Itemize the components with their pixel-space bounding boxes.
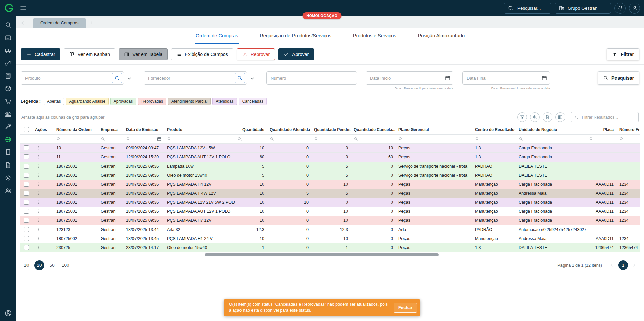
sidebar-item-settings[interactable] bbox=[4, 174, 12, 182]
scrollbar-thumb[interactable] bbox=[205, 253, 439, 256]
row-checkbox[interactable] bbox=[24, 200, 29, 205]
sidebar-item-purchases[interactable] bbox=[4, 97, 12, 105]
column-filter-plano[interactable] bbox=[396, 134, 472, 143]
table-row[interactable]: 123123Gestran18/07/2025 13:44Arla 3212.3… bbox=[20, 225, 640, 234]
table-row[interactable]: 180725001Gestran18/07/2025 09:36PÇS LAMP… bbox=[20, 198, 640, 207]
table-row[interactable]: 180725001Gestran18/07/2025 09:36PÇS LAMP… bbox=[20, 216, 640, 225]
aprovar-button[interactable]: Aprovar bbox=[278, 48, 314, 60]
pesquisar-button[interactable]: Pesquisar bbox=[598, 71, 639, 85]
sidebar-item-finance[interactable] bbox=[4, 110, 12, 118]
gestran-logo-icon[interactable] bbox=[4, 3, 14, 13]
ver-em-kanban-button[interactable]: Ver em Kanban bbox=[64, 48, 115, 60]
calendar-icon[interactable] bbox=[541, 75, 547, 81]
row-checkbox[interactable] bbox=[24, 154, 29, 159]
fechar-button[interactable]: Fechar bbox=[394, 303, 417, 313]
exibicao-de-campos-button[interactable]: Exibição de Campos bbox=[171, 48, 233, 60]
row-checkbox[interactable] bbox=[24, 173, 29, 178]
page-size-50[interactable]: 50 bbox=[47, 260, 57, 270]
row-actions-button[interactable] bbox=[35, 199, 42, 206]
back-button[interactable] bbox=[17, 18, 30, 28]
grid-search[interactable] bbox=[571, 112, 639, 122]
column-header-pendente[interactable]: Quantidade Pende... bbox=[311, 125, 351, 134]
row-checkbox[interactable] bbox=[24, 209, 29, 214]
produto-lookup-button[interactable] bbox=[112, 73, 122, 83]
row-actions-button[interactable] bbox=[35, 226, 42, 233]
horizontal-scrollbar[interactable] bbox=[20, 253, 640, 256]
column-filter-atendida[interactable] bbox=[267, 134, 311, 143]
sidebar-item-documents[interactable] bbox=[4, 161, 12, 169]
sidebar-item-search[interactable] bbox=[4, 21, 12, 29]
select-all-checkbox[interactable] bbox=[24, 127, 29, 132]
row-actions-button[interactable] bbox=[35, 163, 42, 170]
column-header-empresa[interactable]: Empresa bbox=[98, 125, 123, 134]
row-actions-button[interactable] bbox=[35, 181, 42, 188]
group-selector[interactable]: Grupo Gestran bbox=[555, 3, 611, 14]
column-header-acoes[interactable]: Ações bbox=[32, 125, 54, 134]
column-filter-produto[interactable] bbox=[164, 134, 235, 143]
filtrar-button[interactable]: Filtrar bbox=[607, 48, 639, 60]
nav-tab-produtos-e-servicos[interactable]: Produtos e Serviços bbox=[352, 28, 397, 44]
row-checkbox[interactable] bbox=[24, 227, 29, 232]
search-panel-button[interactable] bbox=[530, 112, 540, 122]
column-header-quantidade[interactable]: Quantidade bbox=[235, 125, 267, 134]
row-actions-button[interactable] bbox=[35, 144, 42, 152]
column-header-plano[interactable]: Plano Gerencial bbox=[396, 125, 472, 134]
table-row[interactable]: 180725001Gestran18/07/2025 09:36Lampada … bbox=[20, 162, 640, 171]
row-checkbox[interactable] bbox=[24, 218, 29, 223]
column-header-centro[interactable]: Centro de Resultado bbox=[472, 125, 516, 134]
row-actions-button[interactable] bbox=[35, 153, 42, 161]
notifications-button[interactable] bbox=[614, 3, 626, 14]
global-search-input[interactable] bbox=[517, 5, 547, 11]
page-size-100[interactable]: 100 bbox=[60, 260, 71, 270]
row-checkbox[interactable] bbox=[24, 164, 29, 169]
calendar-icon[interactable] bbox=[445, 75, 451, 81]
row-actions-button[interactable] bbox=[35, 217, 42, 224]
table-row[interactable]: 230725Gestran23/07/2025 14:17Oleo de mot… bbox=[20, 243, 640, 252]
sidebar-item-maintenance[interactable] bbox=[4, 123, 12, 131]
cadastrar-button[interactable]: Cadastrar bbox=[21, 48, 60, 60]
fornecedor-lookup-button[interactable] bbox=[235, 73, 245, 83]
sidebar-item-invoices[interactable] bbox=[4, 148, 12, 156]
account-button[interactable] bbox=[629, 3, 640, 14]
table-row[interactable]: 180725002Gestran18/07/2025 13:45PÇS LAMP… bbox=[20, 234, 640, 243]
window-tab-ordem-de-compras[interactable]: Ordem de Compras bbox=[33, 18, 86, 28]
page-size-20[interactable]: 20 bbox=[34, 260, 44, 270]
next-page-button[interactable] bbox=[630, 261, 639, 270]
column-filter-empresa[interactable] bbox=[98, 134, 123, 143]
prev-page-button[interactable] bbox=[607, 261, 616, 270]
hamburger-menu-icon[interactable] bbox=[19, 4, 28, 12]
column-filter-pendente[interactable] bbox=[311, 134, 351, 143]
data-final-input[interactable] bbox=[462, 71, 550, 85]
column-header-numero[interactable]: Número da Ordem bbox=[54, 125, 98, 134]
table-row[interactable]: 180725001Gestran18/07/2025 09:36Oleo de … bbox=[20, 171, 640, 180]
sidebar-item-users[interactable] bbox=[4, 186, 12, 194]
numero-input[interactable] bbox=[266, 71, 357, 85]
row-actions-button[interactable] bbox=[35, 190, 42, 197]
global-search[interactable] bbox=[504, 3, 551, 14]
column-filter-quantidade[interactable] bbox=[235, 134, 267, 143]
page-size-10[interactable]: 10 bbox=[21, 260, 32, 270]
sidebar-item-support[interactable] bbox=[4, 309, 12, 317]
nav-tab-ordem-de-compras[interactable]: Ordem de Compras bbox=[195, 28, 239, 44]
calendar-icon[interactable] bbox=[157, 136, 162, 141]
column-header-atendida[interactable]: Quantidade Atendida bbox=[267, 125, 311, 134]
grid-search-input[interactable] bbox=[581, 115, 635, 120]
column-filter-unidade[interactable] bbox=[516, 134, 586, 143]
row-checkbox[interactable] bbox=[24, 245, 29, 250]
current-page-button[interactable]: 1 bbox=[618, 260, 628, 270]
row-actions-button[interactable] bbox=[35, 208, 42, 215]
sidebar-item-web-module[interactable] bbox=[4, 135, 12, 143]
column-header-frota[interactable]: Número Frota bbox=[616, 125, 640, 134]
table-row[interactable]: 11Gestran12/09/2024 15:39PÇS LAMPADA AUT… bbox=[20, 152, 640, 162]
nav-tab-requisicao-de-produtos-servicos[interactable]: Requisição de Produtos/Serviços bbox=[259, 28, 332, 44]
column-filter-cancelada[interactable] bbox=[351, 134, 396, 143]
row-checkbox[interactable] bbox=[24, 182, 29, 187]
produto-caret-icon[interactable] bbox=[126, 75, 133, 82]
column-filter-numero[interactable] bbox=[54, 134, 98, 143]
row-checkbox[interactable] bbox=[24, 191, 29, 196]
column-chooser-button[interactable] bbox=[555, 112, 565, 122]
column-filter-frota[interactable] bbox=[616, 134, 640, 143]
column-header-placa[interactable]: Placa bbox=[586, 125, 616, 134]
row-checkbox[interactable] bbox=[24, 236, 29, 241]
new-tab-button[interactable] bbox=[86, 18, 97, 28]
